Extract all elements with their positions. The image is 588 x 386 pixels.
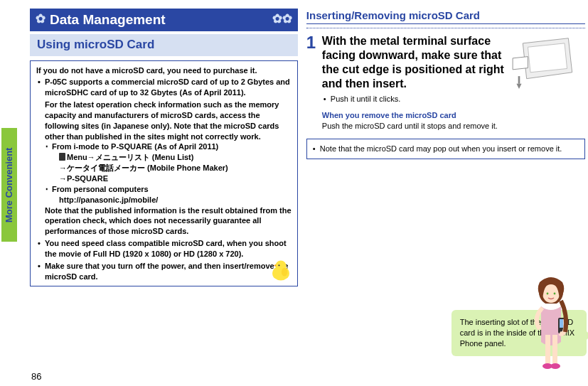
assistant-character-illustration [523, 272, 579, 372]
svg-point-11 [547, 293, 549, 295]
svg-marker-8 [516, 84, 521, 89]
svg-rect-7 [513, 57, 528, 70]
svg-point-4 [282, 268, 288, 277]
page-number: 86 [31, 370, 41, 383]
info-lead: If you do not have a microSD card, you n… [36, 65, 292, 76]
right-column: Inserting/Removing microSD Card 1 With t… [306, 9, 585, 377]
bullet-item: P-05C supports a commercial microSD card… [36, 77, 292, 237]
dash-item: From i-mode to P-SQUARE (As of April 201… [45, 141, 292, 183]
remove-body: Push the microSD card until it stops and… [322, 121, 585, 132]
info-box: If you do not have a microSD card, you n… [30, 60, 298, 287]
note-text: Note that the microSD card may pop out w… [313, 144, 579, 154]
flower-icon: ✿✿ [272, 11, 292, 28]
remove-heading: When you remove the microSD card [322, 110, 585, 121]
imode-icon [59, 153, 65, 161]
chapter-title-bar: ✿ Data Management ✿✿ [30, 9, 298, 31]
svg-rect-15 [552, 335, 557, 363]
bullet-item: Make sure that you turn off the power, a… [36, 261, 292, 282]
step-sub: Push it until it clicks. [322, 94, 585, 104]
svg-point-12 [554, 293, 556, 295]
chick-icon [269, 259, 293, 283]
svg-point-17 [550, 363, 560, 369]
microsd-insert-illustration [510, 37, 574, 94]
left-column: ✿ Data Management ✿✿ Using microSD Card … [30, 9, 298, 377]
svg-point-2 [278, 265, 279, 267]
section-title: Using microSD Card [30, 34, 298, 56]
svg-marker-3 [274, 264, 276, 267]
svg-marker-6 [528, 43, 567, 73]
step-number: 1 [306, 34, 318, 91]
bullet-item: You need speed class compatible microSD … [36, 238, 292, 259]
chapter-title: Data Management [46, 11, 272, 29]
step-heading: Inserting/Removing microSD Card [306, 9, 585, 24]
flower-icon: ✿ [36, 11, 46, 28]
dash-item: From personal computers http://panasonic… [45, 184, 292, 205]
side-tab-more-convenient: More Convenient [1, 128, 17, 242]
svg-rect-14 [545, 335, 550, 363]
note-box: Note that the microSD card may pop out w… [306, 139, 585, 159]
